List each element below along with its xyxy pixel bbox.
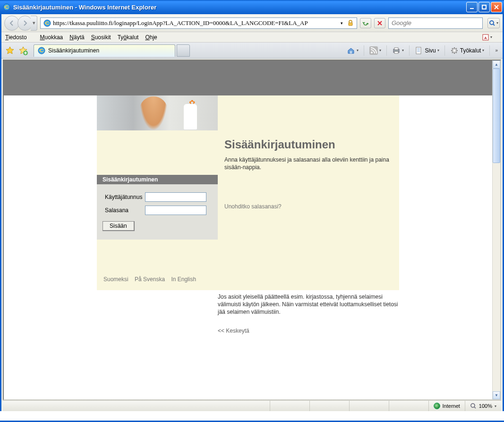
page-icon: [43, 19, 51, 27]
forgot-password-link[interactable]: Unohditko salasanasi?: [224, 203, 282, 210]
menubar: Tiedosto Muokkaa Näytä Suosikit Työkalut…: [1, 32, 503, 43]
login-form: Sisäänkirjautuminen Käyttäjätunnus Salas…: [97, 175, 218, 240]
status-cell-3: [349, 401, 389, 411]
cache-notice: Jos asioit yleisellä päätteellä esim. ki…: [218, 293, 399, 316]
search-button[interactable]: ▾: [487, 18, 500, 28]
svg-point-18: [453, 50, 455, 52]
vertical-scrollbar[interactable]: ▲ ▼: [492, 60, 500, 399]
navbar: ▾ ▾ ▾: [1, 14, 503, 32]
svg-rect-10: [350, 51, 352, 53]
svg-rect-15: [394, 52, 398, 53]
tools-menu-button[interactable]: Työkalut▾: [448, 45, 487, 56]
nav-history-dropdown[interactable]: ▾: [31, 16, 37, 31]
address-input[interactable]: [53, 19, 338, 27]
favorites-star-button[interactable]: [4, 45, 16, 56]
tab-title: Sisäänkirjautuminen: [48, 47, 99, 54]
svg-rect-2: [482, 5, 486, 9]
username-label: Käyttäjätunnus: [104, 192, 143, 202]
page-menu-label: Sivu: [425, 47, 436, 54]
menu-tools[interactable]: Työkalut: [118, 34, 139, 41]
svg-rect-14: [394, 48, 398, 50]
zoom-icon: [470, 403, 477, 409]
below-panel: Jos asioit yleisellä päätteellä esim. ki…: [97, 293, 399, 334]
status-cell-2: [309, 401, 349, 411]
ie-icon: [3, 3, 10, 11]
password-label: Salasana: [104, 205, 143, 215]
page-header-band: [4, 60, 492, 95]
menu-edit[interactable]: Muokkaa: [40, 34, 63, 41]
content-viewport: ✿ Sisäänkirjautuminen Anna käyttäjätunnu…: [3, 60, 501, 400]
svg-point-5: [490, 21, 494, 25]
svg-text:A: A: [484, 36, 487, 40]
stop-button[interactable]: [374, 18, 385, 28]
minimize-button[interactable]: [466, 2, 478, 12]
zoom-control[interactable]: 100% ▾: [465, 401, 501, 411]
svg-point-19: [471, 404, 475, 407]
username-input[interactable]: [145, 192, 206, 202]
print-button[interactable]: ▾: [390, 45, 406, 56]
security-zone[interactable]: Internet: [428, 401, 465, 411]
status-cell-1: [270, 401, 309, 411]
svg-rect-16: [416, 47, 421, 54]
menu-help[interactable]: Ohje: [145, 34, 157, 41]
status-cell-4: [389, 401, 428, 411]
hero-image: ✿: [97, 95, 218, 130]
new-tab-button[interactable]: [177, 44, 190, 57]
menu-view[interactable]: Näytä: [69, 34, 84, 41]
scroll-down-button[interactable]: ▼: [493, 391, 500, 399]
svg-rect-1: [470, 8, 474, 9]
tab-toolbar: Sisäänkirjautuminen ▾ ▾ ▾ Sivu▾ Työkalut…: [1, 43, 503, 59]
scroll-up-button[interactable]: ▲: [493, 60, 500, 69]
login-form-header: Sisäänkirjautuminen: [97, 175, 218, 184]
globe-icon: [434, 403, 440, 409]
svg-rect-4: [349, 23, 352, 26]
zoom-label: 100%: [479, 403, 492, 409]
window-title: Sisäänkirjautuminen - Windows Internet E…: [13, 4, 466, 11]
toolbar-overflow[interactable]: »: [493, 48, 500, 53]
flower-icon: ✿: [189, 98, 195, 107]
browser-tab[interactable]: Sisäänkirjautuminen: [34, 44, 175, 57]
titlebar: Sisäänkirjautuminen - Windows Internet E…: [0, 0, 504, 14]
menu-file[interactable]: Tiedosto: [5, 34, 34, 41]
add-favorite-button[interactable]: [17, 45, 29, 56]
password-input[interactable]: [145, 206, 206, 215]
login-heading: Sisäänkirjautuminen: [224, 138, 390, 151]
zone-label: Internet: [443, 403, 460, 409]
cancel-link[interactable]: << Keskeytä: [218, 327, 249, 334]
address-bar[interactable]: ▾: [40, 17, 357, 29]
page-body: ✿ Sisäänkirjautuminen Anna käyttäjätunnu…: [4, 60, 492, 399]
lang-en-link[interactable]: In English: [171, 276, 196, 283]
tab-favicon-icon: [38, 47, 45, 54]
address-dropdown[interactable]: ▾: [338, 21, 345, 26]
maximize-button[interactable]: [478, 2, 490, 12]
pdf-icon[interactable]: A: [482, 34, 489, 41]
login-intro: Anna käyttäjätunnuksesi ja salasanasi al…: [224, 156, 390, 171]
home-button[interactable]: ▾: [345, 45, 360, 56]
search-box[interactable]: [388, 17, 483, 29]
tools-menu-label: Työkalut: [460, 47, 481, 54]
statusbar: Internet 100% ▾: [3, 400, 501, 411]
rss-button[interactable]: ▾: [367, 45, 383, 56]
lock-icon: [347, 19, 354, 27]
language-links: Suomeksi På Svenska In English: [97, 272, 399, 284]
refresh-button[interactable]: [360, 18, 371, 28]
menu-favorites[interactable]: Suosikit: [91, 34, 111, 41]
search-input[interactable]: [389, 19, 482, 26]
scroll-thumb[interactable]: [493, 69, 500, 163]
lang-sv-link[interactable]: På Svenska: [135, 276, 165, 283]
login-panel: ✿ Sisäänkirjautuminen Anna käyttäjätunnu…: [97, 95, 399, 290]
page-menu-button[interactable]: Sivu▾: [413, 45, 441, 56]
svg-point-12: [371, 52, 373, 53]
login-submit-button[interactable]: Sisään: [103, 221, 135, 231]
lang-fi-link[interactable]: Suomeksi: [103, 276, 128, 283]
close-button[interactable]: [491, 2, 502, 12]
